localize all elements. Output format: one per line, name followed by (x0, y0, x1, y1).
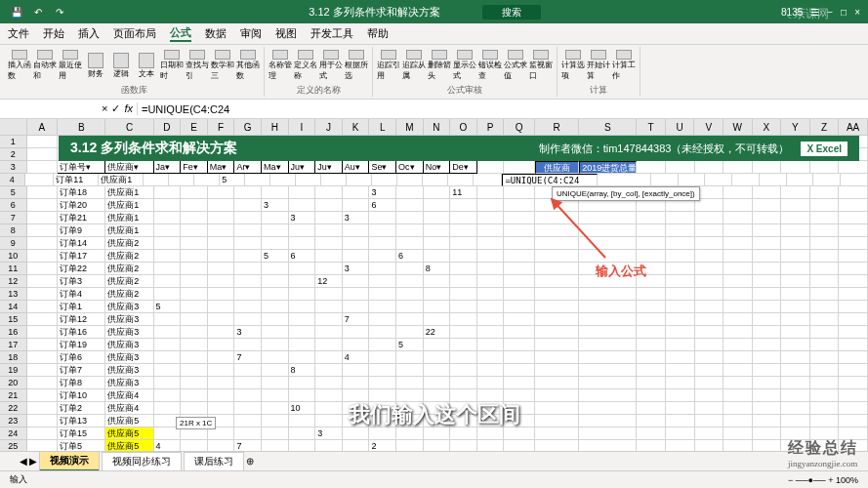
cell-V12[interactable] (695, 275, 724, 288)
cell-I6[interactable] (289, 199, 316, 212)
cell-J13[interactable] (315, 288, 343, 301)
cell-T17[interactable] (637, 339, 666, 351)
cell-V22[interactable] (695, 402, 724, 415)
cell-B23[interactable]: 订单13 (58, 415, 105, 427)
cell-Y3[interactable] (781, 161, 810, 174)
cell-L8[interactable] (369, 224, 396, 237)
cell-H6[interactable]: 3 (262, 199, 289, 212)
cell-E7[interactable] (181, 212, 208, 224)
cell-Y15[interactable] (781, 313, 810, 326)
cell-E18[interactable] (181, 351, 208, 364)
cell-J10[interactable] (315, 250, 343, 263)
cell-W16[interactable] (723, 326, 753, 339)
cell-Z11[interactable] (810, 263, 840, 275)
cell-AA14[interactable] (839, 301, 868, 313)
cell-AA3[interactable] (839, 161, 868, 174)
cell-M12[interactable] (396, 275, 424, 288)
cell-W14[interactable] (723, 301, 753, 313)
cell-S4[interactable] (598, 174, 651, 186)
cell-A22[interactable] (27, 402, 59, 415)
cell-L5[interactable]: 3 (369, 186, 396, 199)
menu-插入[interactable]: 插入 (78, 26, 100, 41)
cell-Q8[interactable] (504, 224, 535, 237)
cell-X14[interactable] (753, 301, 782, 313)
cell-D14[interactable]: 5 (154, 301, 182, 313)
cell-F17[interactable] (208, 339, 235, 351)
cell-T20[interactable] (637, 377, 666, 389)
cell-X11[interactable] (753, 263, 782, 275)
cell-I10[interactable]: 6 (289, 250, 316, 263)
cell-Z9[interactable] (810, 237, 840, 250)
cell-R15[interactable] (535, 313, 579, 326)
cell-AA12[interactable] (839, 275, 868, 288)
cell-D18[interactable] (154, 351, 182, 364)
cell-E14[interactable] (181, 301, 208, 313)
col-header-J[interactable]: J (315, 119, 343, 135)
enter-icon[interactable]: ✓ (111, 102, 120, 115)
col-header-N[interactable]: N (424, 119, 451, 135)
cell-Y17[interactable] (781, 339, 810, 351)
col-header-B[interactable]: B (58, 119, 105, 135)
cell-J18[interactable] (315, 351, 343, 364)
cell-C5[interactable]: 供应商1 (105, 186, 153, 199)
cell-G15[interactable] (234, 313, 262, 326)
cell-H18[interactable] (262, 351, 289, 364)
cell-G20[interactable] (234, 377, 262, 389)
cell-V7[interactable] (695, 212, 724, 224)
cell-C13[interactable]: 供应商2 (105, 288, 153, 301)
cell-Z14[interactable] (810, 301, 840, 313)
cell-I18[interactable] (289, 351, 316, 364)
cell-B17[interactable]: 订单19 (58, 339, 105, 351)
col-header-M[interactable]: M (396, 119, 424, 135)
cell-U18[interactable] (666, 351, 695, 364)
cell-N6[interactable] (424, 199, 451, 212)
cell-U3[interactable] (666, 161, 695, 174)
cell-C16[interactable]: 供应商3 (105, 326, 153, 339)
cell-M13[interactable] (396, 288, 424, 301)
cell-Y4[interactable] (787, 174, 814, 186)
col-header-G[interactable]: G (234, 119, 262, 135)
cell-C12[interactable]: 供应商2 (105, 275, 153, 288)
cell-U15[interactable] (666, 313, 695, 326)
filter-dropdown-icon[interactable]: ▾ (327, 162, 332, 172)
cell-C20[interactable]: 供应商3 (105, 377, 153, 389)
cell-E13[interactable] (181, 288, 208, 301)
cell-G12[interactable] (234, 275, 262, 288)
cell-P7[interactable] (477, 212, 505, 224)
cell-X24[interactable] (753, 427, 782, 440)
cell-D6[interactable] (154, 199, 182, 212)
cell-M7[interactable] (396, 212, 424, 224)
cell-U10[interactable] (666, 250, 695, 263)
cell-N18[interactable] (424, 351, 451, 364)
cell-O3[interactable]: De▾ (450, 161, 477, 174)
cell-E5[interactable] (181, 186, 208, 199)
cell-G22[interactable] (234, 402, 262, 415)
cell-D22[interactable] (154, 402, 182, 415)
cell-U19[interactable] (666, 364, 695, 377)
cell-I12[interactable] (289, 275, 316, 288)
cell-L16[interactable] (369, 326, 396, 339)
cell-W9[interactable] (723, 237, 753, 250)
cell-O13[interactable] (450, 288, 477, 301)
cell-P4[interactable] (448, 174, 474, 186)
cell-W4[interactable] (732, 174, 760, 186)
filter-dropdown-icon[interactable]: ▾ (165, 162, 170, 172)
cell-N13[interactable] (424, 288, 451, 301)
ribbon-删除箭头[interactable]: 删除箭头 (428, 50, 451, 81)
cell-W18[interactable] (723, 351, 753, 364)
sheet-tab-1[interactable]: 视频同步练习 (102, 452, 182, 471)
cell-Z18[interactable] (810, 351, 840, 364)
cell-Z20[interactable] (810, 377, 840, 389)
cell-I16[interactable] (289, 326, 316, 339)
cell-I22[interactable]: 10 (289, 402, 316, 415)
cell-G21[interactable] (234, 389, 262, 402)
cell-T4[interactable] (651, 174, 679, 186)
cell-N8[interactable] (424, 224, 451, 237)
cell-M4[interactable] (372, 174, 397, 186)
cell-D15[interactable] (154, 313, 182, 326)
cell-Z4[interactable] (813, 174, 841, 186)
cell-P10[interactable] (477, 250, 505, 263)
cell-K14[interactable] (343, 301, 370, 313)
cell-AA22[interactable] (839, 402, 868, 415)
cell-M8[interactable] (396, 224, 424, 237)
